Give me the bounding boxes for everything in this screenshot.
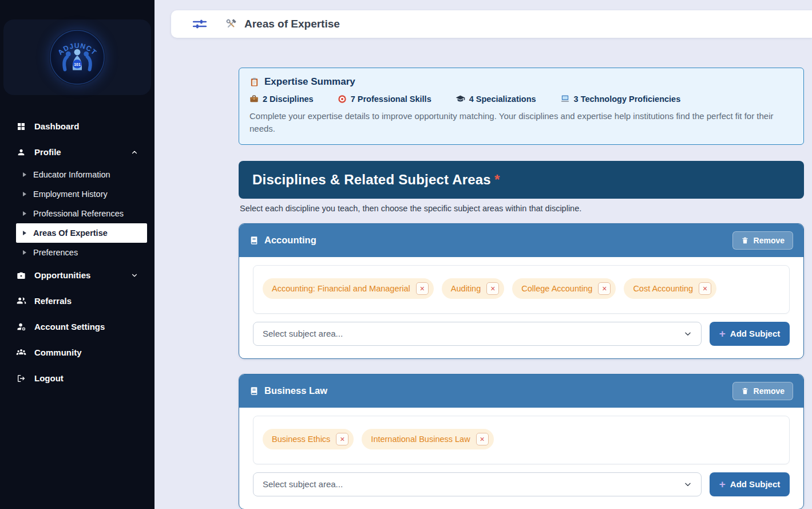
sidebar-item-professional-references[interactable]: Professional References bbox=[16, 204, 147, 223]
opportunities-icon bbox=[16, 271, 26, 280]
sidebar-item-label: Profile bbox=[34, 147, 61, 157]
topbar: Areas of Expertise bbox=[171, 10, 812, 38]
remove-subject-button[interactable]: × bbox=[336, 433, 348, 445]
subject-tag: Business Ethics × bbox=[263, 429, 354, 449]
subject-tag-label: Cost Accounting bbox=[633, 284, 693, 293]
subject-tag: International Business Law × bbox=[362, 429, 493, 449]
section-title-row: Disciplines & Related Subject Areas* bbox=[252, 172, 790, 188]
sidebar-item-label: Preferences bbox=[33, 248, 78, 257]
stat-label: 3 Technology Proficiencies bbox=[574, 94, 681, 104]
remove-subject-button[interactable]: × bbox=[416, 282, 429, 295]
discipline-card: Accounting Remove Accounting: Financial … bbox=[239, 223, 804, 359]
sidebar-item-logout[interactable]: Logout bbox=[0, 365, 155, 391]
close-icon: × bbox=[340, 435, 344, 443]
chevron-up-icon bbox=[130, 148, 138, 156]
stat-professional-skills: 7 Professional Skills bbox=[338, 94, 431, 104]
plus-icon: + bbox=[719, 328, 726, 340]
briefcase-icon bbox=[249, 94, 259, 104]
remove-subject-button[interactable]: × bbox=[486, 282, 499, 295]
summary-title-row: Expertise Summary bbox=[249, 76, 793, 88]
discipline-name-row: Accounting bbox=[249, 235, 316, 246]
close-icon: × bbox=[420, 285, 425, 293]
discipline-name-row: Business Law bbox=[249, 385, 327, 396]
remove-subject-button[interactable]: × bbox=[699, 282, 711, 295]
logout-icon bbox=[16, 374, 26, 383]
subject-tag: Auditing × bbox=[442, 278, 504, 299]
remove-subject-button[interactable]: × bbox=[476, 433, 489, 445]
community-icon bbox=[16, 348, 26, 358]
sidebar-item-areas-of-expertise[interactable]: Areas Of Expertise bbox=[16, 223, 147, 243]
stat-specializations: 4 Specializations bbox=[455, 94, 536, 104]
section-subtitle: Select each discipline you teach, then c… bbox=[240, 204, 803, 213]
summary-description: Complete your expertise details to impro… bbox=[249, 110, 783, 135]
graduation-cap-icon bbox=[455, 94, 465, 104]
close-icon: × bbox=[480, 435, 485, 443]
logo-panel: ADJUNCT 101 bbox=[3, 19, 151, 95]
sidebar-item-dashboard[interactable]: Dashboard bbox=[0, 113, 155, 139]
expertise-summary-card: Expertise Summary 2 Disciplines bbox=[239, 68, 804, 145]
sidebar-item-label: Employment History bbox=[33, 190, 108, 199]
close-icon: × bbox=[490, 285, 495, 293]
sidebar-item-label: Educator Information bbox=[33, 170, 110, 179]
add-subject-button[interactable]: + Add Subject bbox=[710, 322, 790, 346]
submenu-arrow-icon bbox=[23, 192, 26, 196]
sidebar-item-label: Professional References bbox=[33, 209, 124, 218]
sidebar-item-referrals[interactable]: Referrals bbox=[0, 288, 155, 314]
profile-icon bbox=[16, 148, 26, 157]
subject-select[interactable]: Select subject area... bbox=[253, 472, 702, 496]
subjects-box: Business Ethics × International Business… bbox=[253, 416, 790, 464]
sidebar-item-profile[interactable]: Profile bbox=[0, 139, 155, 165]
sidebar-item-label: Areas Of Expertise bbox=[33, 228, 108, 238]
subject-select-row: Select subject area... + Add Subject bbox=[253, 472, 790, 496]
disciplines-list: Accounting Remove Accounting: Financial … bbox=[239, 223, 804, 509]
dashboard-icon bbox=[16, 122, 26, 131]
chevron-down-icon bbox=[684, 480, 692, 488]
discipline-name: Business Law bbox=[264, 385, 327, 396]
subject-tag-label: College Accounting bbox=[521, 284, 592, 293]
subject-select-row: Select subject area... + Add Subject bbox=[253, 322, 790, 346]
account-settings-icon bbox=[16, 322, 26, 332]
summary-title: Expertise Summary bbox=[264, 76, 355, 88]
subject-select[interactable]: Select subject area... bbox=[253, 322, 702, 346]
subject-tag: Cost Accounting × bbox=[624, 278, 716, 299]
chevron-down-icon bbox=[130, 271, 138, 279]
disciplines-section-header: Disciplines & Related Subject Areas* bbox=[239, 161, 804, 199]
summary-stats: 2 Disciplines 7 Professional Skills bbox=[249, 94, 793, 104]
remove-subject-button[interactable]: × bbox=[598, 282, 611, 295]
subject-tag: College Accounting × bbox=[512, 278, 616, 299]
sidebar-item-account-settings[interactable]: Account Settings bbox=[0, 314, 155, 340]
remove-discipline-button[interactable]: Remove bbox=[732, 382, 793, 400]
remove-discipline-button[interactable]: Remove bbox=[732, 231, 793, 250]
subjects-box: Accounting: Financial and Managerial × A… bbox=[253, 265, 790, 314]
book-icon bbox=[249, 386, 259, 396]
add-subject-label: Add Subject bbox=[730, 479, 781, 489]
target-icon bbox=[338, 94, 347, 104]
sidebar-item-community[interactable]: Community bbox=[0, 340, 155, 365]
stat-disciplines: 2 Disciplines bbox=[249, 94, 314, 104]
sidebar-item-label: Community bbox=[34, 348, 82, 357]
clipboard-icon bbox=[249, 77, 259, 87]
referrals-icon bbox=[16, 296, 26, 306]
discipline-body: Business Ethics × International Business… bbox=[239, 408, 803, 509]
required-asterisk: * bbox=[494, 172, 500, 187]
section-title: Disciplines & Related Subject Areas bbox=[252, 172, 491, 187]
add-subject-button[interactable]: + Add Subject bbox=[710, 472, 790, 496]
subject-select-placeholder: Select subject area... bbox=[263, 329, 343, 338]
sidebar-item-employment-history[interactable]: Employment History bbox=[16, 184, 147, 204]
app-root: ADJUNCT 101 Dashboard bbox=[0, 0, 812, 509]
subject-tag-label: Accounting: Financial and Managerial bbox=[272, 284, 410, 293]
main-area: Areas of Expertise bbox=[155, 0, 812, 509]
close-icon: × bbox=[602, 285, 607, 293]
sidebar-item-educator-information[interactable]: Educator Information bbox=[16, 165, 147, 184]
sidebar-item-preferences[interactable]: Preferences bbox=[16, 243, 147, 262]
sidebar-item-label: Dashboard bbox=[34, 121, 79, 131]
laptop-icon bbox=[560, 94, 570, 104]
sidebar-item-opportunities[interactable]: Opportunities bbox=[0, 262, 155, 288]
sidebar-toggle-icon[interactable] bbox=[193, 19, 207, 29]
page-title-group: Areas of Expertise bbox=[225, 18, 340, 30]
tools-icon bbox=[225, 18, 237, 30]
app-logo: ADJUNCT 101 bbox=[49, 29, 105, 85]
discipline-header: Accounting Remove bbox=[239, 224, 803, 257]
subject-tag-label: Auditing bbox=[451, 284, 481, 293]
subject-select-placeholder: Select subject area... bbox=[263, 479, 343, 489]
